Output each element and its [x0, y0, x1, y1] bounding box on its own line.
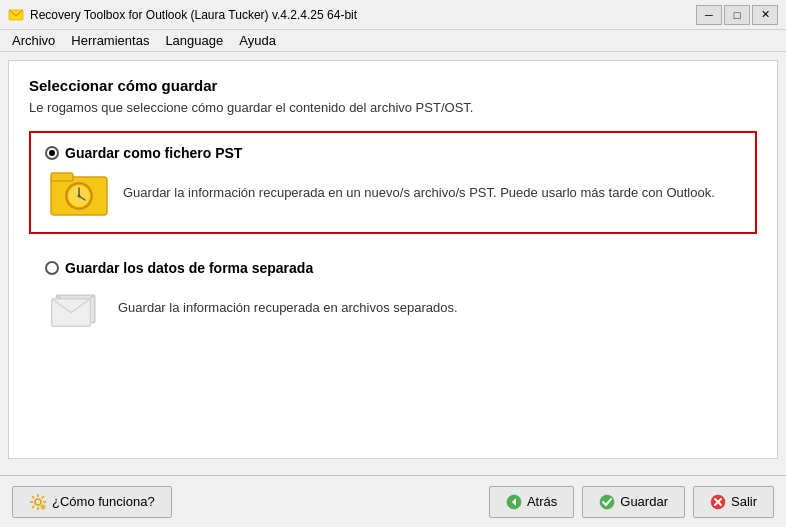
- svg-point-10: [35, 499, 41, 505]
- back-icon: [506, 494, 522, 510]
- page-subtitle: Le rogamos que seleccione cómo guardar e…: [29, 100, 757, 115]
- svg-line-16: [42, 505, 44, 507]
- svg-line-18: [32, 505, 34, 507]
- mail-separate-icon: [49, 280, 104, 335]
- gear-icon: [29, 493, 47, 511]
- option-pst[interactable]: Guardar como fichero PST: [29, 131, 757, 234]
- pst-folder-icon: [49, 165, 109, 220]
- bottom-right: Atrás Guardar Salir: [489, 486, 774, 518]
- bottom-left: ¿Cómo funciona?: [12, 486, 172, 518]
- svg-line-17: [42, 496, 44, 498]
- menu-herramientas[interactable]: Herramientas: [63, 31, 157, 50]
- save-button[interactable]: Guardar: [582, 486, 685, 518]
- back-label: Atrás: [527, 494, 557, 509]
- main-content: Seleccionar cómo guardar Le rogamos que …: [8, 60, 778, 459]
- titlebar: Recovery Toolbox for Outlook (Laura Tuck…: [0, 0, 786, 30]
- menu-language[interactable]: Language: [157, 31, 231, 50]
- exit-label: Salir: [731, 494, 757, 509]
- titlebar-controls: ─ □ ✕: [696, 5, 778, 25]
- app-icon: [8, 7, 24, 23]
- menubar: Archivo Herramientas Language Ayuda: [0, 30, 786, 52]
- radio-separate[interactable]: [45, 261, 59, 275]
- option-separate-description: Guardar la información recuperada en arc…: [118, 300, 458, 315]
- option-pst-label-row: Guardar como fichero PST: [45, 145, 242, 161]
- save-icon: [599, 494, 615, 510]
- svg-rect-2: [51, 173, 73, 181]
- menu-ayuda[interactable]: Ayuda: [231, 31, 284, 50]
- radio-pst[interactable]: [45, 146, 59, 160]
- bottom-bar: ¿Cómo funciona? Atrás Guardar: [0, 475, 786, 527]
- option-separate-label-row: Guardar los datos de forma separada: [45, 260, 313, 276]
- svg-point-7: [78, 195, 81, 198]
- close-button[interactable]: ✕: [752, 5, 778, 25]
- option-pst-label: Guardar como fichero PST: [65, 145, 242, 161]
- exit-icon: [710, 494, 726, 510]
- svg-line-15: [32, 496, 34, 498]
- option-separate-label: Guardar los datos de forma separada: [65, 260, 313, 276]
- exit-button[interactable]: Salir: [693, 486, 774, 518]
- window-title: Recovery Toolbox for Outlook (Laura Tuck…: [30, 8, 357, 22]
- page-title: Seleccionar cómo guardar: [29, 77, 757, 94]
- option-separate[interactable]: Guardar los datos de forma separada Guar…: [29, 246, 757, 349]
- minimize-button[interactable]: ─: [696, 5, 722, 25]
- menu-archivo[interactable]: Archivo: [4, 31, 63, 50]
- option-pst-description: Guardar la información recuperada en un …: [123, 185, 715, 200]
- save-label: Guardar: [620, 494, 668, 509]
- help-label: ¿Cómo funciona?: [52, 494, 155, 509]
- help-button[interactable]: ¿Cómo funciona?: [12, 486, 172, 518]
- titlebar-left: Recovery Toolbox for Outlook (Laura Tuck…: [8, 7, 357, 23]
- maximize-button[interactable]: □: [724, 5, 750, 25]
- back-button[interactable]: Atrás: [489, 486, 574, 518]
